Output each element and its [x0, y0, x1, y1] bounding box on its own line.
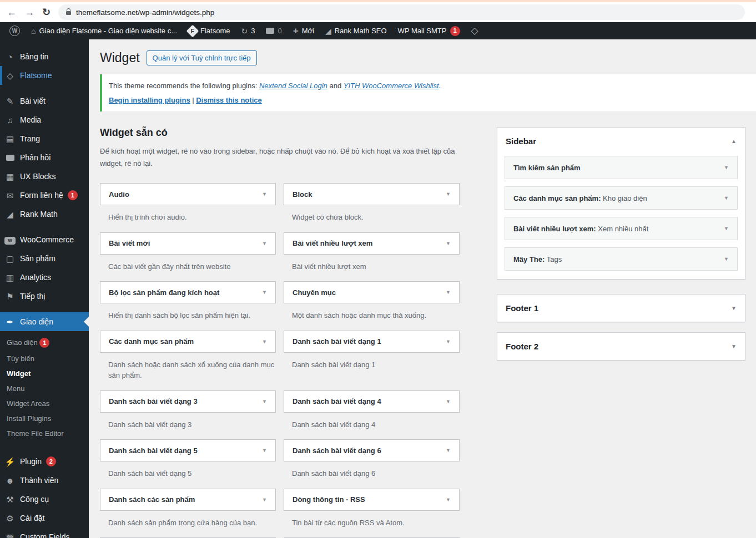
chevron-down-icon[interactable]: ▼: [262, 241, 267, 246]
sidebar-item-tools[interactable]: ⚒ Công cụ: [0, 490, 89, 509]
rank-math-menu[interactable]: ◢ Rank Math SEO: [320, 22, 392, 39]
sidebar-item-pages[interactable]: ▤ Trang: [0, 129, 89, 148]
chevron-down-icon[interactable]: ▼: [446, 191, 451, 197]
sidebar-item-comments[interactable]: Phản hồi: [0, 148, 89, 167]
widget-card-categories[interactable]: Chuyên mục ▼: [284, 281, 460, 303]
area-widget-product-categories[interactable]: Các danh mục sản phẩm: Kho giao diện ▼: [505, 186, 738, 210]
collapse-up-icon[interactable]: ▲: [731, 138, 737, 144]
forward-button[interactable]: →: [24, 7, 34, 17]
widget-caption: Widget có chứa block.: [292, 212, 460, 223]
area-widget-product-search[interactable]: Tìm kiếm sản phẩm ▼: [505, 156, 738, 179]
chevron-down-icon[interactable]: ▼: [446, 399, 451, 404]
sidebar-item-rank-math[interactable]: ◢ Rank Math: [0, 205, 89, 224]
updates-menu[interactable]: ↻ 3: [236, 22, 260, 39]
widget-card-post-list-3[interactable]: Danh sách bài viết dạng 3 ▼: [100, 390, 276, 413]
wp-mail-smtp-menu[interactable]: WP Mail SMTP 1: [393, 22, 465, 39]
submenu-item-customize[interactable]: Tùy biến: [0, 351, 89, 366]
begin-installing-plugins-link[interactable]: Begin installing plugins: [109, 96, 190, 104]
sidebar-item-marketing[interactable]: ⚑ Tiếp thị: [0, 287, 89, 306]
sidebar-item-contact-form[interactable]: ✉ Form liên hệ 1: [0, 186, 89, 205]
sidebar-item-custom-fields[interactable]: ▩ Custom Fields: [0, 527, 89, 538]
chevron-down-icon[interactable]: ▼: [262, 290, 267, 295]
new-content-menu[interactable]: + Mới: [288, 22, 319, 39]
comments-menu[interactable]: 0: [261, 22, 286, 39]
area-widget-tag-cloud[interactable]: Mây Thẻ: Tags ▼: [505, 247, 738, 271]
wp-mail-smtp-label: WP Mail SMTP: [398, 27, 447, 35]
chevron-down-icon[interactable]: ▼: [724, 256, 729, 262]
collapse-down-icon[interactable]: ▼: [731, 343, 737, 349]
notice-text: This theme recommends the following plug…: [109, 82, 259, 90]
wp-logo-menu[interactable]: W: [4, 22, 25, 39]
submenu-item-theme-file-editor[interactable]: Theme File Editor: [0, 426, 89, 441]
chevron-down-icon[interactable]: ▼: [262, 497, 267, 503]
reload-button[interactable]: ↻: [42, 7, 51, 17]
wp-admin-bar: W ⌂ Giao diện Flatsome - Giao diện websi…: [0, 22, 756, 39]
updates-count: 3: [251, 27, 255, 35]
widget-card-products-list[interactable]: Danh sách các sản phẩm ▼: [100, 489, 276, 511]
manage-customizer-button[interactable]: Quản lý với Tuỳ chỉnh trực tiếp: [147, 50, 257, 65]
widget-card-post-list-4[interactable]: Danh sách bài viết dạng 4 ▼: [284, 390, 460, 413]
address-bar[interactable]: themeflatsome.net/wp-admin/widgets.php: [58, 4, 745, 20]
sidebar-item-dashboard[interactable]: ◔ Bảng tin: [0, 47, 89, 66]
site-name-menu[interactable]: ⌂ Giao diện Flatsome - Giao diện website…: [26, 22, 182, 39]
nextend-social-login-link[interactable]: Nextend Social Login: [259, 82, 327, 90]
chevron-down-icon[interactable]: ▼: [724, 226, 729, 231]
submenu-item-widgets[interactable]: Widget: [0, 366, 89, 381]
available-widgets-grid: Audio ▼ Hiển thị trình chơi audio. Block…: [100, 183, 460, 538]
chevron-down-icon[interactable]: ▼: [446, 497, 451, 503]
chevron-down-icon[interactable]: ▼: [262, 448, 267, 453]
sidebar-item-plugins[interactable]: ⚡ Plugin 2: [0, 452, 89, 471]
sidebar-item-woocommerce[interactable]: W WooCommerce: [0, 230, 89, 249]
widget-card-product-categories[interactable]: Các danh mục sản phẩm ▼: [100, 331, 276, 353]
chevron-down-icon[interactable]: ▼: [724, 195, 729, 201]
sidebar-item-analytics[interactable]: ▥ Analytics: [0, 268, 89, 287]
sidebar-item-appearance[interactable]: ✒ Giao diện: [0, 312, 89, 331]
sidebar-item-users[interactable]: ☻ Thành viên: [0, 471, 89, 490]
widget-cell: Audio ▼ Hiển thị trình chơi audio.: [100, 183, 276, 232]
widget-card-recent-posts[interactable]: Bài viết mới ▼: [100, 232, 276, 255]
sidebar-panel-header[interactable]: Sidebar ▲: [497, 128, 745, 155]
footer1-panel-header[interactable]: Footer 1 ▼: [497, 295, 745, 322]
back-button[interactable]: ←: [7, 7, 17, 17]
sidebar-item-ux-blocks[interactable]: ▦ UX Blocks: [0, 167, 89, 186]
widget-card-block[interactable]: Block ▼: [284, 183, 460, 205]
submenu-item-menus[interactable]: Menu: [0, 381, 89, 396]
chevron-down-icon[interactable]: ▼: [724, 165, 729, 170]
widget-card-post-list-1[interactable]: Danh sách bài viết dạng 1 ▼: [284, 331, 460, 353]
widget-card-audio[interactable]: Audio ▼: [100, 183, 276, 205]
widget-cell: Các danh mục sản phẩm ▼ Danh sách hoặc d…: [100, 331, 276, 390]
widget-card-post-list-6[interactable]: Danh sách bài viết dạng 6 ▼: [284, 439, 460, 461]
gem-menu[interactable]: ◇: [466, 22, 483, 39]
chevron-down-icon[interactable]: ▼: [446, 448, 451, 453]
submenu-item-themes[interactable]: Giao diện 1: [0, 334, 89, 351]
rank-math-icon: ◢: [325, 27, 331, 35]
submenu-item-install-plugins[interactable]: Install Plugins: [0, 411, 89, 426]
sidebar-widget-area-panel: Sidebar ▲ Tìm kiếm sản phẩm ▼ Các danh m…: [497, 127, 745, 280]
chevron-down-icon[interactable]: ▼: [446, 339, 451, 344]
footer2-panel-header[interactable]: Footer 2 ▼: [497, 333, 745, 360]
sidebar-item-settings[interactable]: ⚙ Cài đặt: [0, 509, 89, 527]
flatsome-menu[interactable]: F Flatsome: [183, 22, 235, 39]
chevron-down-icon[interactable]: ▼: [446, 241, 451, 246]
sidebar-item-products[interactable]: ▢ Sản phẩm: [0, 249, 89, 268]
widget-cell: Danh sách bài viết dạng 6 ▼ Danh sách bà…: [284, 439, 460, 489]
widget-card-rss[interactable]: Dòng thông tin - RSS ▼: [284, 489, 460, 511]
dismiss-notice-link[interactable]: Dismiss this notice: [196, 96, 261, 104]
submenu-item-widget-areas[interactable]: Widget Areas: [0, 396, 89, 411]
widget-card-post-list-5[interactable]: Danh sách bài viết dạng 5 ▼: [100, 439, 276, 461]
sidebar-item-media[interactable]: ♫ Media: [0, 110, 89, 129]
collapse-down-icon[interactable]: ▼: [731, 305, 737, 311]
yith-wishlist-link[interactable]: YITH WooCommerce Wishlist: [344, 82, 439, 90]
url-text[interactable]: themeflatsome.net/wp-admin/widgets.php: [76, 8, 214, 17]
sidebar-item-flatsome[interactable]: ◇ Flatsome: [0, 66, 89, 85]
chevron-down-icon[interactable]: ▼: [262, 191, 267, 197]
browser-toolbar: ← → ↻ themeflatsome.net/wp-admin/widgets…: [0, 2, 756, 22]
chevron-down-icon[interactable]: ▼: [262, 339, 267, 344]
sidebar-item-posts[interactable]: ✎ Bài viết: [0, 92, 89, 110]
widget-card-popular-posts[interactable]: Bài viết nhiều lượt xem ▼: [284, 232, 460, 255]
widget-caption: Danh sách bài viết dạng 3: [108, 419, 276, 430]
widget-card-active-product-filters[interactable]: Bộ lọc sản phẩm đang kích hoạt ▼: [100, 281, 276, 303]
chevron-down-icon[interactable]: ▼: [262, 399, 267, 404]
chevron-down-icon[interactable]: ▼: [446, 290, 451, 295]
area-widget-popular-posts[interactable]: Bài viết nhiều lượt xem: Xem nhiều nhất …: [505, 217, 738, 240]
